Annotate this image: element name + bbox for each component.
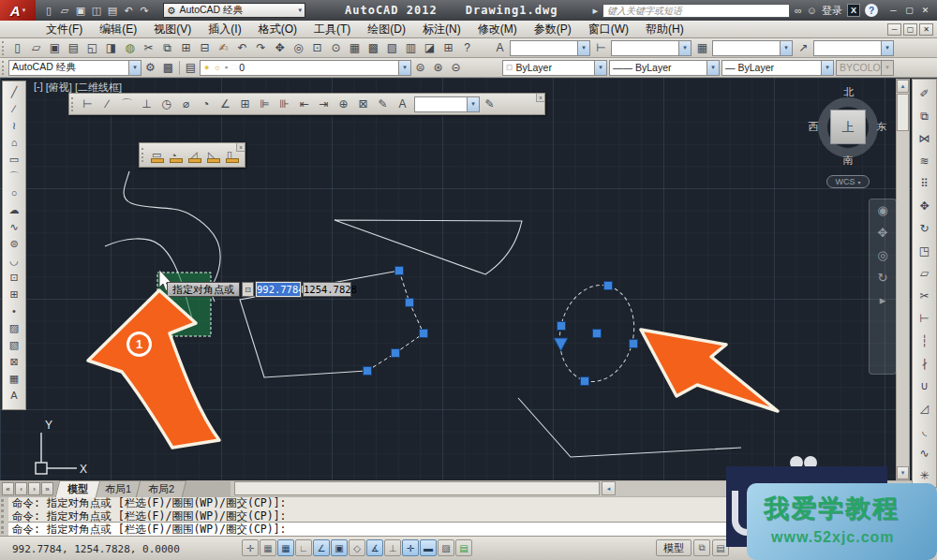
dim-jogged-icon[interactable]: ◔ [196, 95, 216, 113]
menu-tools[interactable]: 工具(T) [305, 21, 359, 38]
undo-icon[interactable]: ↶ [233, 39, 251, 56]
array-icon[interactable]: ⠿ [914, 172, 935, 195]
redo-icon[interactable]: ↷ [252, 39, 270, 56]
designcenter-icon[interactable]: ▩ [364, 39, 382, 56]
infocenter-arrow-icon[interactable]: ▸ [592, 5, 598, 17]
insert-block-icon[interactable]: ⊡ [4, 269, 24, 286]
menu-dimension[interactable]: 标注(N) [414, 21, 469, 38]
doc-minimize-icon[interactable]: ─ [887, 23, 901, 36]
scroll-down-icon[interactable]: ▾ [897, 466, 909, 479]
close-button[interactable]: ✕ [918, 4, 932, 18]
tool-palettes-icon[interactable]: ▧ [383, 39, 401, 56]
fillet-icon[interactable]: ◟ [914, 420, 935, 442]
copy-clip-icon[interactable]: ⧉ [158, 39, 176, 56]
toolbar-grip[interactable] [2, 61, 6, 75]
toggle-3d-osnap[interactable]: ◇ [349, 539, 365, 556]
sheet-set-icon[interactable]: ▥ [402, 39, 420, 56]
open-icon[interactable]: ▱ [27, 39, 45, 56]
toggle-dynamic-ucs[interactable]: ⊥ [384, 539, 401, 556]
viewcube-north-label[interactable]: 北 [841, 85, 856, 99]
horizontal-scroll-thumb[interactable] [234, 481, 600, 495]
paste-icon[interactable]: ⊞ [177, 39, 195, 56]
new-icon[interactable]: ▯ [8, 39, 26, 56]
menu-draw[interactable]: 绘图(D) [359, 21, 414, 38]
dim-baseline-icon[interactable]: ⊫ [255, 95, 275, 113]
nav-zoom-icon[interactable]: ◎ [877, 248, 887, 262]
close-icon[interactable]: x [236, 143, 245, 152]
viewcube-top-face[interactable]: 上 [830, 110, 866, 144]
zoom-window-icon[interactable]: ⊡ [308, 39, 326, 56]
redo-icon[interactable]: ↷ [137, 3, 152, 18]
point-icon[interactable]: • [4, 302, 24, 319]
plot-icon[interactable]: ◨ [102, 39, 120, 56]
dim-edit-icon[interactable]: ✎ [373, 95, 393, 113]
tab-nav-first[interactable]: « [2, 482, 14, 495]
rectangle-icon[interactable]: ▭ [4, 151, 24, 168]
prompt-options-icon[interactable]: ⊡ [242, 282, 254, 297]
match-properties-icon[interactable]: ✍ [215, 39, 232, 56]
toggle-polar[interactable]: ∠ [313, 539, 330, 556]
help-icon[interactable]: ? [865, 4, 878, 17]
spline-icon[interactable]: ∿ [4, 218, 24, 235]
dim-radius-icon[interactable]: ◷ [156, 95, 176, 113]
layer-previous-icon[interactable]: ⊝ [447, 59, 465, 76]
tolerance-icon[interactable]: ⊕ [334, 95, 353, 113]
nav-pan-icon[interactable]: ✥ [878, 226, 888, 240]
publish-icon[interactable]: ◍ [121, 39, 139, 56]
scroll-left-icon[interactable]: ◂ [602, 481, 616, 495]
signin-link[interactable]: 登录 [822, 4, 842, 18]
quickcalc-icon[interactable]: ⊞ [439, 39, 457, 56]
color-combo[interactable]: □ByLayer▾ [502, 60, 607, 76]
dim-aligned-icon[interactable]: ∕ [97, 95, 117, 113]
toggle-grid[interactable]: ▦ [277, 539, 294, 556]
nav-orbit-icon[interactable]: ↻ [878, 271, 888, 285]
open-file-icon[interactable]: ▱ [57, 3, 72, 18]
dim-space-icon[interactable]: ⇤ [294, 95, 314, 113]
ellipse-icon[interactable]: ⊜ [4, 235, 24, 252]
copy-icon[interactable]: ⧉ [914, 105, 935, 127]
tab-nav-next[interactable]: › [28, 482, 40, 495]
workspace-save-icon[interactable]: ▩ [159, 59, 177, 76]
preview-icon[interactable]: ◱ [83, 39, 101, 56]
construction-line-icon[interactable]: ∕ [4, 100, 24, 117]
line-icon[interactable]: ╱ [4, 83, 24, 100]
dim-style-combo[interactable]: ▾ [414, 96, 480, 112]
triangle-shape[interactable] [335, 220, 522, 274]
menu-edit[interactable]: 编辑(E) [91, 21, 145, 38]
layer-isolate-icon[interactable]: ⊛ [429, 59, 447, 76]
dim-diameter-icon[interactable]: ⌀ [176, 95, 196, 113]
ellipse-arc-icon[interactable]: ◡ [4, 252, 24, 269]
pan-icon[interactable]: ✥ [271, 39, 289, 56]
markup-icon[interactable]: ◪ [421, 39, 439, 56]
layer-combo[interactable]: ●☼▪□ 0 ▾ [200, 60, 411, 76]
dim-angular-icon[interactable]: ∠ [216, 95, 235, 113]
circle-icon[interactable]: ○ [4, 184, 24, 201]
workspace-combo[interactable]: AutoCAD 经典▾ [8, 60, 141, 76]
toolbar-grip[interactable] [2, 41, 6, 55]
dim-ordinate-icon[interactable]: ⊥ [137, 95, 156, 113]
close-icon[interactable]: x [536, 94, 544, 102]
paste-special-icon[interactable]: ⊟ [196, 39, 214, 56]
search-binoculars-icon[interactable]: ∞ [795, 5, 802, 16]
menu-parametric[interactable]: 参数(P) [526, 21, 580, 38]
region-icon[interactable]: ⊠ [4, 353, 24, 370]
break-at-point-icon[interactable]: ┆ [914, 330, 935, 352]
save-as-icon[interactable]: ◫ [89, 3, 104, 18]
toggle-infer-constraints[interactable]: ✛ [242, 539, 259, 556]
menu-format[interactable]: 格式(O) [250, 21, 305, 38]
toggle-quick-properties[interactable]: ▤ [455, 539, 472, 556]
extend-icon[interactable]: ⊢ [914, 307, 935, 330]
chamfer-icon[interactable]: ◿ [914, 397, 935, 420]
print-icon[interactable]: ▤ [65, 39, 82, 56]
revision-cloud-icon[interactable]: ☁ [4, 201, 24, 218]
new-file-icon[interactable]: ▯ [41, 3, 56, 18]
showmotion-icon[interactable]: ▸ [880, 293, 886, 307]
break-icon[interactable]: ∤ [914, 352, 935, 375]
toggle-transparency[interactable]: ▨ [438, 539, 454, 556]
vertical-scroll-thumb[interactable] [897, 94, 909, 131]
save-icon[interactable]: ▣ [73, 3, 88, 18]
gradient-icon[interactable]: ▧ [4, 336, 24, 353]
viewport-minimize-control[interactable]: [-] [34, 81, 43, 95]
toggle-osnap[interactable]: ▣ [331, 539, 348, 556]
print-icon[interactable]: ▤ [105, 3, 120, 18]
